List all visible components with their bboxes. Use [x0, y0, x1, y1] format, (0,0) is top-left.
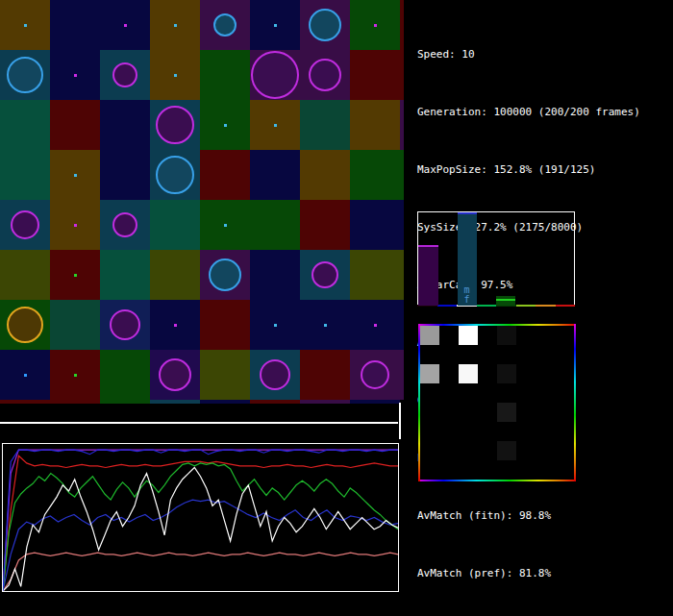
population-bar	[418, 245, 438, 306]
organism-circle	[11, 210, 39, 239]
stat-line-avmatch-fitn: AvMatch (fitn): 98.8%	[417, 506, 640, 526]
matrix-cell	[420, 326, 439, 345]
world-cell	[250, 150, 300, 200]
organism-dot	[74, 274, 77, 277]
world-edge-wrap-column	[400, 0, 404, 50]
organism-circle	[110, 309, 140, 340]
organism-circle	[361, 360, 389, 389]
blue-top-line	[3, 450, 398, 591]
hue-axis-segment	[437, 305, 458, 307]
matrix-cell	[497, 364, 516, 383]
world-cell	[200, 50, 250, 100]
world-cell	[300, 200, 350, 250]
separator-hline	[0, 422, 398, 424]
stat-line-generation: Generation: 100000 (200/200 frames)	[417, 103, 640, 122]
separator-vline	[399, 403, 401, 439]
magenta-top-line	[3, 450, 398, 591]
world-cell	[350, 200, 400, 250]
organism-dot	[124, 24, 127, 27]
organism-circle	[312, 261, 338, 288]
world-edge-wrap-row	[50, 400, 100, 404]
population-bar-chart: m f	[417, 211, 575, 307]
world-cell	[150, 250, 200, 300]
app-root: Speed: 10 Generation: 100000 (200/200 fr…	[0, 0, 673, 616]
world-cell	[250, 200, 300, 250]
organism-dot	[374, 24, 377, 27]
world-edge-wrap-row	[0, 400, 50, 404]
stat-line-avmatch-pref: AvMatch (pref): 81.8%	[417, 564, 640, 583]
preference-matrix	[418, 324, 576, 481]
matrix-hue-border-bottom	[418, 480, 576, 481]
matrix-hue-border-right	[574, 324, 576, 481]
world-cell	[350, 50, 400, 100]
organism-dot	[74, 224, 77, 227]
white-line	[3, 468, 398, 592]
green-line	[3, 463, 398, 591]
organism-dot	[74, 374, 77, 377]
population-bar	[496, 296, 515, 306]
organism-circle	[309, 9, 341, 41]
world-cell	[0, 250, 50, 300]
matrix-cell	[459, 364, 478, 383]
world-cell	[300, 350, 350, 400]
world-cell	[0, 100, 50, 150]
bar-cap	[458, 212, 477, 214]
world-edge-wrap-row	[250, 400, 300, 404]
stat-line-maxpopsize: MaxPopSize: 152.8% (191/125)	[417, 160, 640, 180]
world-cell	[300, 100, 350, 150]
world-cell	[300, 150, 350, 200]
hue-axis-segment	[536, 305, 556, 307]
organism-circle	[156, 156, 194, 194]
hue-axis-segment	[516, 305, 536, 307]
organism-dot	[224, 224, 227, 227]
matrix-cell	[497, 403, 516, 422]
world-cell	[350, 100, 400, 150]
organism-dot	[74, 74, 77, 77]
trend-svg	[3, 444, 398, 591]
organism-dot	[24, 24, 27, 27]
stats-panel: Speed: 10 Generation: 100000 (200/200 fr…	[417, 7, 640, 616]
organism-circle	[260, 359, 290, 390]
organism-dot	[274, 124, 277, 127]
world-cell	[200, 150, 250, 200]
organism-dot	[224, 124, 227, 127]
world-cell	[100, 350, 150, 400]
world-edge-wrap-column	[400, 100, 404, 150]
organism-circle	[156, 106, 194, 144]
organism-dot	[24, 374, 27, 377]
bar-label-mf: m f	[458, 285, 477, 305]
matrix-cells	[420, 326, 574, 480]
world-cell	[100, 250, 150, 300]
organism-dot	[274, 24, 277, 27]
matrix-cell	[420, 364, 439, 383]
world-cell	[100, 150, 150, 200]
organism-circle	[309, 59, 341, 91]
organism-circle	[251, 51, 299, 99]
population-bar: m f	[458, 212, 477, 306]
organism-dot	[174, 74, 177, 77]
bar-cap	[418, 245, 438, 247]
world-edge-wrap-column	[400, 300, 404, 350]
world-edge-wrap-column	[400, 350, 404, 400]
world-edge-wrap-column	[400, 150, 404, 200]
world-grid[interactable]	[0, 0, 404, 404]
world-cell	[350, 150, 400, 200]
organism-dot	[74, 174, 77, 177]
world-cell	[200, 350, 250, 400]
organism-dot	[374, 324, 377, 327]
organism-circle	[7, 307, 43, 343]
world-edge-wrap-column	[400, 200, 404, 250]
world-cell	[350, 250, 400, 300]
world-cell	[150, 200, 200, 250]
matrix-cell	[459, 326, 478, 345]
world-cell	[50, 300, 100, 350]
organism-circle	[213, 13, 237, 37]
world-edge-wrap-row	[100, 400, 150, 404]
world-edge-wrap-column	[400, 250, 404, 300]
organism-circle	[112, 62, 137, 87]
matrix-cell	[497, 441, 516, 460]
bar-inner-line	[496, 299, 515, 301]
world-edge-wrap-row	[150, 400, 200, 404]
organism-circle	[159, 358, 191, 391]
world-cell	[250, 250, 300, 300]
